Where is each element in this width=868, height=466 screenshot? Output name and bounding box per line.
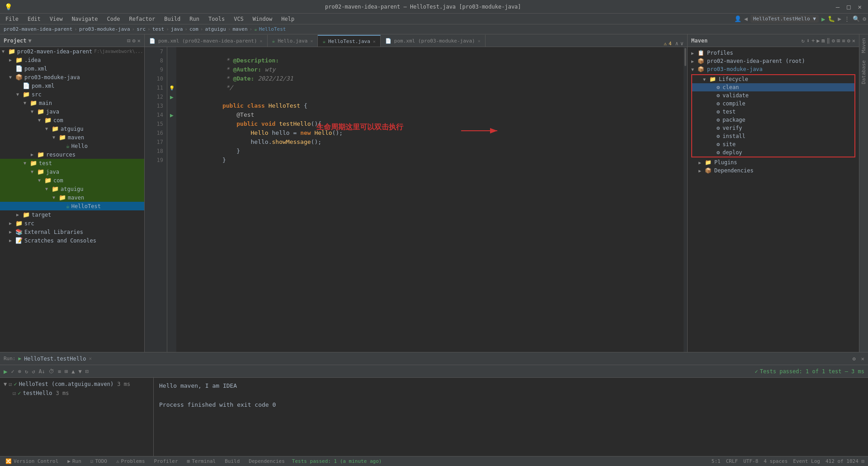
database-vertical-label[interactable]: Database — [860, 57, 868, 88]
more-actions-icon[interactable]: ⋮ — [844, 15, 850, 22]
dropdown-icon[interactable]: ▼ — [28, 38, 32, 44]
code-editor[interactable]: 7 8 9 10 11 12 13 14 15 16 17 18 19 — [145, 47, 687, 352]
event-log[interactable]: Event Log — [793, 458, 820, 464]
menu-file[interactable]: File — [2, 15, 22, 23]
next-fail-icon[interactable]: ▼ — [79, 368, 82, 375]
tree-resources[interactable]: ▶ 📁 resources — [0, 150, 144, 159]
menu-refactor[interactable]: Refactor — [125, 15, 159, 23]
tab-close-icon[interactable]: ✕ — [310, 38, 313, 43]
tree-test-atguigu[interactable]: ▼ 📁 atguigu — [0, 185, 144, 193]
cursor-position[interactable]: 5:1 — [712, 458, 721, 464]
maven-lifecycle[interactable]: ▼ 📁 Lifecycle — [692, 75, 854, 83]
maven-install[interactable]: ▶ ⚙ install — [692, 132, 854, 140]
maven-root-project[interactable]: ▶ 📦 pro02-maven-idea-parent (root) — [688, 57, 859, 65]
breadcrumb-maven[interactable]: maven — [232, 26, 247, 32]
run-tab-name[interactable]: HelloTest.testHello — [24, 356, 86, 362]
tree-external-libs[interactable]: ▶ 📚 External Libraries — [0, 228, 144, 236]
maven-site[interactable]: ▶ ⚙ site — [692, 140, 854, 148]
dependencies-btn[interactable]: Dependencies — [247, 457, 286, 465]
export-results-icon[interactable]: ⊡ — [85, 368, 89, 375]
maven-module-project[interactable]: ▼ 📦 pro03-moduke-java — [688, 65, 859, 73]
menu-help[interactable]: Help — [278, 15, 298, 23]
sort-alpha-icon[interactable]: A↓ — [38, 368, 45, 375]
tree-target[interactable]: ▶ 📁 target — [0, 210, 144, 219]
maven-filter-icon[interactable]: ⊞ — [837, 38, 840, 44]
breadcrumb-atguigu[interactable]: atguigu — [205, 26, 226, 32]
tree-src2[interactable]: ▶ 📁 src — [0, 219, 144, 228]
tree-test-java[interactable]: ▼ 📁 java — [0, 167, 144, 176]
menu-tools[interactable]: Tools — [205, 15, 228, 23]
profile-icon[interactable]: 👤 — [734, 15, 741, 22]
debug-button[interactable]: 🐛 — [828, 15, 835, 22]
run-panel-settings-icon[interactable]: ⚙ — [853, 356, 856, 362]
settings-sidebar-icon[interactable]: ⚙ — [132, 38, 136, 44]
breadcrumb-java[interactable]: java — [171, 26, 183, 32]
maven-deploy[interactable]: ▶ ⚙ deploy — [692, 148, 854, 157]
maven-close-icon[interactable]: ✕ — [852, 38, 855, 44]
maven-vertical-label[interactable]: Maven — [860, 34, 868, 57]
code-content[interactable]: * @Description: * @Author: wty * @Date: … — [176, 47, 687, 352]
tab-pom-root[interactable]: 📄 pom.xml (pro02-maven-idea-parent) ✕ — [145, 35, 268, 47]
indent[interactable]: 4 spaces — [764, 458, 788, 464]
menu-build[interactable]: Build — [160, 15, 184, 23]
maven-run-icon[interactable]: ▶ — [816, 38, 820, 44]
tab-hello-java[interactable]: ☕ Hello.java ✕ — [268, 35, 318, 47]
expand-editor-icon[interactable]: ∧ — [675, 40, 679, 47]
tree-module[interactable]: ▼ 📦 pro03-moduke-java — [0, 73, 144, 81]
tree-main-com[interactable]: ▼ 📁 com — [0, 116, 144, 124]
run-green-button[interactable]: ▶ — [821, 15, 825, 23]
console-output[interactable]: Hello maven, I am IDEA Process finished … — [154, 378, 868, 456]
tree-test-com[interactable]: ▼ 📁 com — [0, 176, 144, 185]
tree-main-atguigu[interactable]: ▼ 📁 atguigu — [0, 124, 144, 133]
prev-fail-icon[interactable]: ▲ — [71, 368, 75, 375]
maven-profiles[interactable]: ▶ 📋 Profiles — [688, 49, 859, 57]
tree-test-maven[interactable]: ▼ 📁 maven — [0, 193, 144, 202]
tree-hellotest[interactable]: ▶ ☕ HelloTest — [0, 202, 144, 210]
minimize-button[interactable]: — — [834, 3, 841, 10]
tree-main[interactable]: ▼ 📁 main — [0, 99, 144, 107]
tree-pom-root[interactable]: ▶ 📄 pom.xml — [0, 64, 144, 73]
maven-validate[interactable]: ▶ ⚙ validate — [692, 91, 854, 100]
menu-code[interactable]: Code — [104, 15, 124, 23]
tab-close-icon[interactable]: ✕ — [260, 38, 263, 43]
maven-compile[interactable]: ▶ ⚙ compile — [692, 100, 854, 108]
build-btn[interactable]: Build — [223, 457, 241, 465]
maven-plugins[interactable]: ▶ 📁 Plugins — [688, 158, 859, 166]
tree-src[interactable]: ▼ 📁 src — [0, 90, 144, 99]
settings-icon[interactable]: ⚙ — [863, 15, 866, 22]
maven-settings-icon[interactable]: ⚙ — [832, 38, 835, 44]
run-coverage-icon[interactable]: ▶ — [838, 15, 841, 22]
tab-close-icon[interactable]: ✕ — [373, 39, 376, 44]
scrollbar-thumb[interactable] — [684, 48, 686, 66]
search-everywhere-icon[interactable]: 🔍 — [853, 15, 860, 22]
maven-m-icon[interactable]: m — [821, 38, 825, 44]
menu-edit[interactable]: Edit — [24, 15, 44, 23]
profiler-btn[interactable]: Profiler — [152, 457, 180, 465]
run-panel-close-icon[interactable]: ✕ — [861, 356, 864, 362]
tree-idea-folder[interactable]: ▶ 📁 .idea — [0, 56, 144, 64]
maven-more-icon[interactable]: ≡ — [842, 38, 845, 44]
tree-test-folder[interactable]: ▼ 📁 test — [0, 159, 144, 167]
maven-verify[interactable]: ▶ ⚙ verify — [692, 124, 854, 132]
run-play-button[interactable]: ▶ — [4, 368, 7, 375]
rerun-failed-icon[interactable]: ↺ — [32, 368, 35, 375]
maven-dependencies[interactable]: ▶ 📦 Dependencies — [688, 166, 859, 175]
tree-main-java[interactable]: ▼ 📁 java — [0, 107, 144, 116]
collapse-all-icon[interactable]: ⊟ — [127, 38, 130, 44]
maximize-button[interactable]: □ — [845, 3, 852, 10]
tab-close-icon[interactable]: ✕ — [478, 38, 481, 43]
line-ending[interactable]: CRLF — [726, 458, 738, 464]
tree-scratches[interactable]: ▶ 📝 Scratches and Consoles — [0, 236, 144, 245]
tree-pom-module[interactable]: ▶ 📄 pom.xml — [0, 81, 144, 90]
rerun-icon[interactable]: ↻ — [25, 368, 28, 375]
collapse-editor-icon[interactable]: ∨ — [680, 40, 684, 47]
maven-refresh-icon[interactable]: ↻ — [801, 38, 804, 44]
expand-icon[interactable]: ⊞ — [65, 368, 68, 375]
sort-dur-icon[interactable]: ⏱ — [49, 368, 54, 375]
maven-skip-icon[interactable]: ‖ — [827, 38, 830, 44]
close-button[interactable]: ✕ — [856, 3, 863, 10]
maven-add-icon[interactable]: + — [811, 38, 815, 44]
tree-hello-java[interactable]: ▶ ☕ Hello — [0, 142, 144, 150]
menu-window[interactable]: Window — [249, 15, 276, 23]
maven-test[interactable]: ▶ ⚙ test — [692, 108, 854, 116]
